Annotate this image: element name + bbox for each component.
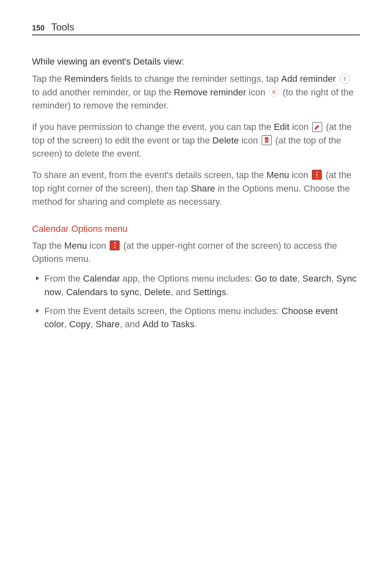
svg-rect-2 [266,137,267,138]
text: , [297,273,302,284]
svg-rect-1 [265,138,269,139]
page-content: While viewing an event's Details view: T… [32,55,360,331]
term-go-to-date: Go to date [255,273,297,284]
menu-dots-icon [312,170,322,180]
text: , [64,319,69,329]
text: , and [171,287,193,297]
text: From the Event details screen, the Optio… [44,306,281,316]
text: Tap the [32,74,64,84]
paragraph-share: To share an event, from the event's deta… [32,169,360,208]
text: icon [239,135,261,146]
edit-pencil-icon [312,122,322,132]
text: , [139,287,144,297]
text: icon [246,87,268,97]
term-delete-opt: Delete [144,287,171,297]
text: fields to change the reminder settings, … [108,74,281,84]
term-add-to-tasks: Add to Tasks [143,319,195,329]
text: , [61,287,66,297]
term-settings: Settings [193,287,226,297]
page: 150 Tools While viewing an event's Detai… [0,0,392,564]
paragraph-edit-delete: If you have permission to change the eve… [32,120,360,160]
term-edit: Edit [274,122,289,132]
svg-rect-0 [265,139,268,143]
text: To share an event, from the event's deta… [32,170,266,180]
term-remove-reminder: Remove reminder [174,87,246,97]
svg-rect-4 [267,139,267,142]
text: app, the Options menu includes: [120,273,255,284]
text: to add another reminder, or tap the [32,87,174,97]
term-menu-2: Menu [64,240,87,251]
term-calendar: Calendar [83,273,120,284]
subheading-calendar-options: Calendar Options menu [32,222,360,236]
term-reminders: Reminders [64,74,108,84]
text: icon [87,240,109,251]
page-header: 150 Tools [32,21,360,35]
header-title: Tools [51,21,74,33]
text: Tap the [32,240,64,251]
options-list: From the Calendar app, the Options menu … [32,272,360,331]
text: From the [44,273,83,284]
text: . [194,319,197,329]
text: , [90,319,95,329]
list-item: From the Event details screen, the Optio… [32,305,360,331]
plus-icon [340,74,350,84]
list-item: From the Calendar app, the Options menu … [32,272,360,299]
term-search: Search [302,273,331,284]
term-share-opt: Share [95,319,120,329]
term-menu: Menu [266,170,289,180]
text: If you have permission to change the eve… [32,122,274,132]
menu-dots-icon-2 [110,240,120,250]
term-delete: Delete [212,135,239,146]
term-share: Share [191,183,215,194]
text: icon [290,122,311,132]
text: . [226,287,228,297]
svg-rect-3 [266,139,266,142]
page-number: 150 [32,24,45,32]
paragraph-reminders: Tap the Reminders fields to change the r… [32,72,360,112]
remove-x-icon [269,87,279,97]
text: , [331,273,336,284]
subheading-details-view: While viewing an event's Details view: [32,55,360,68]
text: icon [289,170,311,180]
text: , and [120,319,143,329]
term-copy: Copy [69,319,90,329]
trash-icon [262,135,272,145]
term-calendars-to-sync: Calendars to sync [66,287,139,297]
term-add-reminder: Add reminder [281,74,336,84]
paragraph-options-intro: Tap the Menu icon (at the upper-right co… [32,239,360,266]
